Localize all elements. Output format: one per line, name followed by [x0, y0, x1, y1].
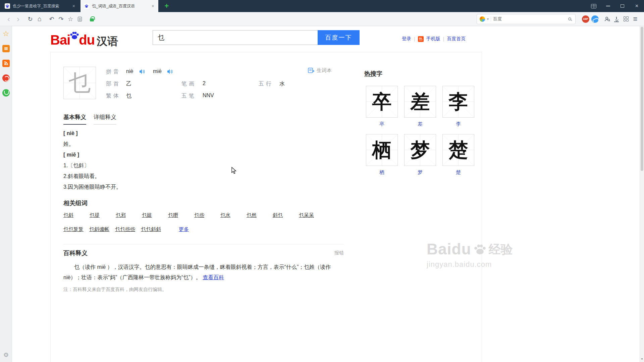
settings-gear-icon[interactable]: ⚙ — [0, 351, 12, 359]
related-word-link[interactable]: 乜斜缠帐 — [89, 226, 109, 233]
view-baike-link[interactable]: 查看百科 — [203, 275, 224, 280]
hot-char-box[interactable]: 李 — [442, 86, 474, 118]
search-engine-icon[interactable] — [480, 16, 485, 22]
hot-char: 梦 — [411, 137, 430, 163]
hot-search-heading: 热搜字 — [364, 70, 382, 78]
search-engine-label[interactable]: 百度 — [493, 16, 566, 22]
speaker-icon[interactable] — [167, 69, 173, 75]
page-scrollbar[interactable]: ▾ — [640, 26, 644, 362]
hot-char-box[interactable]: 差 — [404, 86, 436, 118]
notes-icon[interactable] — [2, 45, 10, 52]
related-word-link[interactable]: 乜斜 — [63, 212, 73, 219]
tab-detailed-definition[interactable]: 详细释义 — [94, 113, 116, 125]
browser-tab-1[interactable]: 也少一竖是啥字_百度搜索 × — [1, 0, 79, 12]
speaker-icon[interactable] — [140, 69, 145, 75]
related-words-heading: 相关组词 — [63, 199, 88, 207]
search-submit-button[interactable]: 百度一下 — [318, 30, 360, 45]
forward-button[interactable]: › — [13, 14, 23, 24]
downloads-button[interactable] — [612, 14, 621, 24]
related-word-link[interactable]: 乜乜踅踅 — [63, 226, 84, 233]
related-word-link[interactable]: 乜呆呆 — [299, 212, 314, 219]
hot-char: 差 — [411, 89, 430, 115]
tab-title: 也少一竖是啥字_百度搜索 — [13, 3, 69, 9]
refresh-button[interactable]: ↻ — [25, 14, 35, 24]
related-word-link[interactable]: 乜嘢 — [168, 212, 178, 219]
related-word-link[interactable]: 斜乜 — [273, 212, 283, 219]
character-display-box: 乜 — [63, 67, 96, 99]
baidu-favicon-icon — [5, 3, 10, 9]
home-button[interactable]: ⌂ — [35, 14, 44, 24]
hot-char: 李 — [449, 89, 468, 115]
tab-basic-definition[interactable]: 基本释义 — [63, 113, 86, 125]
related-word-link[interactable]: 乜邪 — [116, 212, 126, 219]
traditional-value: 乜 — [126, 93, 131, 100]
secure-site-indicator[interactable] — [87, 14, 97, 24]
hot-char-box[interactable]: 栖 — [366, 134, 398, 166]
engine-dropdown-icon[interactable]: ▾ — [487, 17, 489, 21]
hot-char-link[interactable]: 李 — [456, 121, 461, 127]
browser-tab-2-active[interactable]: 乜_词语_成语_百度汉语 × — [80, 0, 158, 12]
watermark-paw-icon — [473, 242, 487, 256]
related-word-link[interactable]: 乜然 — [247, 212, 257, 219]
hot-char-link[interactable]: 楚 — [456, 169, 461, 176]
hot-char-cell: 卒 卒 — [366, 86, 398, 127]
baidu-hanyu-logo[interactable]: Bai du 汉语 — [50, 30, 118, 48]
undo-button[interactable]: ↶ — [47, 14, 56, 24]
wordbook-button[interactable]: 生词本 — [308, 67, 332, 74]
tab-layout-button[interactable] — [586, 0, 601, 12]
hot-char-box[interactable]: 卒 — [366, 86, 398, 118]
search-icon[interactable] — [568, 17, 571, 20]
related-word-link[interactable]: 乜提 — [90, 212, 100, 219]
watermark-brand: Baidu — [427, 241, 471, 258]
strokes-value: 2 — [203, 80, 206, 86]
related-word-link[interactable]: 乜乜斜斜 — [141, 226, 161, 233]
page-content: Bai du 汉语 百度一下 登录 | 热 手机版 | 百度首页 乜 拼音 ni… — [12, 26, 640, 362]
adblock-button[interactable]: ABP — [581, 14, 590, 24]
report-error-button[interactable]: 报错 — [334, 250, 344, 256]
mobile-version-link[interactable]: 手机版 — [426, 36, 440, 42]
browser-side-rail: ☆ ⚙ — [0, 26, 12, 362]
close-window-button[interactable]: × — [630, 0, 644, 12]
main-menu-button[interactable]: ≡ — [631, 14, 640, 24]
wuxing-label: 五行 — [259, 80, 273, 87]
logo-text-hanyu: 汉语 — [97, 35, 118, 48]
favorites-star-icon[interactable]: ☆ — [2, 30, 10, 38]
login-link[interactable]: 登录 — [402, 36, 411, 42]
hot-char-box[interactable]: 梦 — [404, 134, 436, 166]
baidu-home-link[interactable]: 百度首页 — [447, 36, 466, 42]
maximize-button[interactable] — [615, 0, 630, 12]
identity-search-button[interactable] — [602, 14, 612, 24]
rss-icon[interactable] — [2, 60, 10, 67]
related-word-link[interactable]: 乜乜些些 — [115, 226, 135, 233]
speed-mode-button[interactable] — [590, 14, 600, 24]
apps-grid-button[interactable] — [621, 14, 631, 24]
weibo-icon[interactable] — [2, 74, 10, 82]
more-words-link[interactable]: 更多 — [179, 226, 189, 233]
search-input[interactable] — [153, 30, 318, 45]
chat-icon[interactable] — [2, 89, 10, 97]
scrollbar-down-arrow[interactable]: ▾ — [640, 357, 644, 361]
back-button[interactable]: ‹ — [4, 14, 13, 24]
hot-char-link[interactable]: 梦 — [418, 169, 423, 176]
hot-char-box[interactable]: 楚 — [442, 134, 474, 166]
hot-char-link[interactable]: 卒 — [379, 121, 384, 127]
report-note-button[interactable] — [75, 14, 85, 24]
tab-close-icon[interactable]: × — [151, 3, 155, 9]
tab-close-icon[interactable]: × — [72, 3, 76, 9]
bookmark-star-button[interactable]: ☆ — [66, 14, 75, 24]
abp-icon: ABP — [582, 15, 589, 23]
related-word-link[interactable]: 乜水 — [220, 212, 230, 219]
entry-character: 乜 — [69, 68, 91, 98]
strokes-label: 笔画 — [181, 80, 196, 87]
new-tab-button[interactable]: + — [162, 0, 172, 12]
scrollbar-thumb[interactable] — [641, 27, 643, 171]
planet-icon — [591, 15, 599, 23]
toolbar-search-box[interactable]: ▾ 百度 — [477, 14, 576, 24]
redo-button[interactable]: ↷ — [56, 14, 66, 24]
related-word-link[interactable]: 乜些 — [194, 212, 204, 219]
related-word-link[interactable]: 乜嬉 — [142, 212, 152, 219]
minimize-button[interactable] — [601, 0, 615, 12]
hot-char-link[interactable]: 栖 — [379, 169, 384, 176]
lock-icon — [90, 18, 94, 21]
hot-char-link[interactable]: 差 — [418, 121, 423, 127]
